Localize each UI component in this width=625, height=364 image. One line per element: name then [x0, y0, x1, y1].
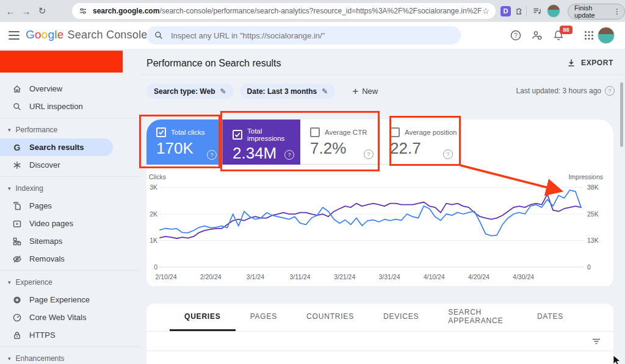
media-playlist-icon[interactable] [532, 6, 542, 16]
metric-cards-row: Total clicks170K?Total impressions2.34M?… [146, 120, 459, 165]
sidebar-item-sitemaps[interactable]: Sitemaps [0, 232, 140, 250]
reload-icon[interactable]: ↻ [34, 5, 50, 16]
extensions-puzzle-icon[interactable] [514, 6, 524, 16]
help-circle-icon[interactable]: ? [443, 149, 453, 159]
apps-grid-icon[interactable] [583, 29, 595, 41]
sidebar-section-indexing[interactable]: ▾Indexing [0, 179, 140, 197]
svg-text:13K: 13K [587, 237, 599, 244]
url-bar[interactable]: search.google.com/search-console/perform… [72, 3, 496, 19]
account-avatar[interactable] [598, 27, 615, 44]
table-filter-row [146, 332, 613, 351]
user-settings-icon[interactable] [531, 29, 543, 41]
sidebar-item-removals[interactable]: Removals [0, 250, 140, 268]
page-title: Performance on Search results [146, 58, 281, 69]
browser-profile-avatar[interactable] [547, 4, 560, 18]
unchecked-checkbox[interactable] [390, 127, 400, 137]
search-type-chip[interactable]: Search type: Web✎ [146, 84, 234, 99]
svg-text:2/20/24: 2/20/24 [200, 273, 222, 280]
sidebar-section-enhancements[interactable]: ▾Enhancements [0, 349, 140, 364]
help-circle-icon[interactable]: ? [284, 150, 294, 160]
chevron-down-icon: ▾ [8, 127, 11, 133]
checked-checkbox[interactable] [233, 130, 242, 140]
home-icon [12, 84, 22, 94]
forward-icon[interactable]: → [18, 6, 34, 16]
tab-search-appearance[interactable]: SEARCH APPEARANCE [433, 304, 522, 331]
sidebar-divider [0, 115, 140, 121]
unchecked-checkbox[interactable] [310, 127, 320, 137]
browser-toolbar: ← → ↻ search.google.com/search-console/p… [0, 0, 625, 22]
checked-checkbox[interactable] [156, 127, 166, 137]
tab-pages[interactable]: PAGES [236, 304, 292, 331]
series-clicks-line [160, 190, 581, 236]
metric-card-total-clicks[interactable]: Total clicks170K? [146, 120, 223, 165]
more-vert-icon[interactable]: ⋮ [613, 7, 621, 16]
performance-chart[interactable]: ClicksImpressions01K2K3K013K25K38K2/10/2… [146, 165, 613, 286]
help-circle-icon[interactable]: ? [605, 86, 615, 96]
sidebar-section-label: Indexing [16, 184, 43, 193]
sitemap-icon [12, 237, 22, 246]
svg-text:38K: 38K [587, 184, 599, 191]
chevron-down-icon: ▾ [8, 355, 11, 362]
tab-dates[interactable]: DATES [522, 304, 578, 331]
filter-chips-row: Search type: Web✎ Date: Last 3 months✎ +… [146, 84, 378, 99]
sidebar-item-label: HTTPS [29, 330, 56, 340]
sidebar-item-url-inspection[interactable]: URL inspection [0, 98, 140, 115]
tab-label: SEARCH APPEARANCE [448, 308, 508, 325]
sidebar-item-search-results[interactable]: GSearch results [0, 138, 113, 156]
tab-countries[interactable]: COUNTRIES [292, 304, 369, 331]
sidebar-item-page-experience[interactable]: Page Experience [0, 291, 140, 309]
finish-update-button[interactable]: Finish update⋮ [568, 4, 625, 20]
plus-circle-icon [12, 295, 22, 305]
sidebar-section-performance[interactable]: ▾Performance [0, 121, 140, 138]
svg-text:3K: 3K [150, 184, 157, 191]
sidebar-item-label: Video pages [29, 219, 73, 228]
site-info-icon[interactable] [78, 6, 88, 16]
sidebar-item-video-pages[interactable]: Video pages [0, 215, 140, 232]
menu-icon[interactable] [9, 31, 20, 40]
chevron-down-icon: ▾ [8, 279, 11, 285]
back-icon[interactable]: ← [2, 6, 18, 16]
new-filter-button[interactable]: +New [352, 85, 378, 98]
sidebar-divider [0, 268, 140, 273]
svg-text:0: 0 [154, 263, 157, 271]
sidebar-item-label: Sitemaps [29, 237, 62, 246]
svg-text:?: ? [514, 32, 518, 39]
tab-devices[interactable]: DEVICES [369, 304, 433, 331]
eye-off-icon [12, 254, 22, 264]
sidebar-divider [0, 344, 140, 349]
export-button[interactable]: EXPORT [566, 58, 613, 68]
sidebar: OverviewURL inspection▾PerformanceGSearc… [0, 49, 140, 364]
tab-label: DEVICES [383, 312, 419, 321]
filter-icon[interactable] [591, 337, 601, 346]
metric-label: Total impressions [247, 127, 300, 142]
help-circle-icon[interactable]: ? [364, 149, 374, 159]
svg-text:Clicks: Clicks [149, 173, 166, 180]
search-console-logo[interactable]: Google Search Console [26, 28, 147, 41]
date-range-chip[interactable]: Date: Last 3 months✎ [240, 84, 336, 99]
sidebar-item-label: Removals [29, 254, 65, 263]
svg-text:3/21/24: 3/21/24 [334, 273, 355, 280]
sidebar-item-discover[interactable]: Discover [0, 156, 140, 174]
metric-card-average-ctr[interactable]: Average CTR7.2%? [300, 120, 380, 165]
tab-queries[interactable]: QUERIES [170, 304, 236, 331]
help-circle-icon[interactable]: ? [207, 150, 217, 160]
url-inspect-searchbar[interactable] [146, 26, 461, 45]
sidebar-item-core-web-vitals[interactable]: Core Web Vitals [0, 309, 140, 326]
logo-suffix: Search Console [68, 29, 148, 41]
svg-text:2K: 2K [150, 210, 157, 218]
sidebar-item-overview[interactable]: Overview [0, 80, 140, 98]
spark-icon [12, 160, 22, 170]
metric-card-total-impressions[interactable]: Total impressions2.34M? [223, 120, 300, 165]
help-icon[interactable]: ? [510, 29, 522, 41]
performance-panel: Total clicks170K?Total impressions2.34M?… [146, 120, 613, 286]
g-icon: G [12, 143, 22, 152]
sidebar-item-https[interactable]: HTTPS [0, 326, 140, 344]
sidebar-item-label: URL inspection [29, 102, 83, 111]
bookmark-star-icon[interactable]: ☆ [482, 6, 490, 16]
sidebar-section-experience[interactable]: ▾Experience [0, 273, 140, 291]
metric-card-average-position[interactable]: Average position22.7? [380, 120, 459, 165]
scrollbar-thumb[interactable] [620, 82, 623, 147]
sidebar-item-pages[interactable]: Pages [0, 197, 140, 215]
search-input[interactable] [170, 30, 453, 41]
extension-d-icon[interactable]: D [500, 6, 511, 16]
